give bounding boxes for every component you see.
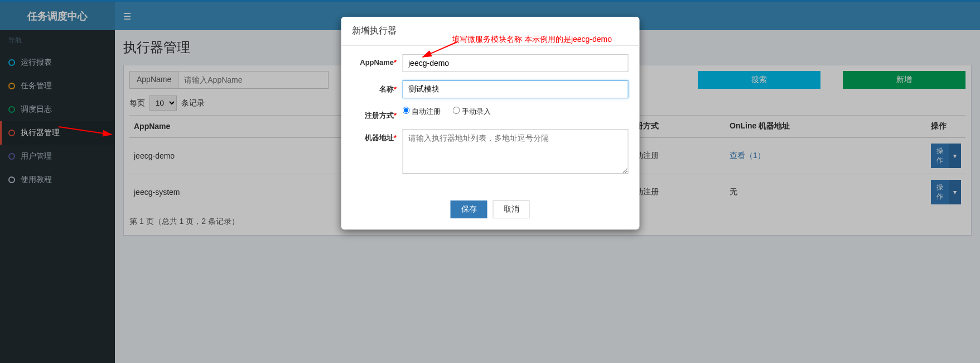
required-icon: * — [394, 85, 397, 93]
cancel-button[interactable]: 取消 — [493, 200, 530, 218]
add-executor-modal: 新增执行器 AppName* 名称* 注册方式* 自动注册 手动录入 机器地址*… — [341, 17, 639, 230]
radio-manual[interactable] — [453, 107, 460, 114]
label-name: 名称 — [379, 85, 394, 93]
radio-auto-label[interactable]: 自动注册 — [402, 107, 441, 116]
radio-auto[interactable] — [402, 107, 409, 114]
required-icon: * — [394, 111, 397, 120]
required-icon: * — [394, 133, 397, 142]
required-icon: * — [394, 58, 397, 66]
label-appname: AppName — [360, 58, 394, 66]
save-button[interactable]: 保存 — [451, 200, 487, 218]
radio-manual-label[interactable]: 手动录入 — [453, 107, 491, 116]
regtype-radio-group: 自动注册 手动录入 — [402, 107, 628, 117]
appname-input[interactable] — [402, 54, 628, 72]
name-input[interactable] — [402, 80, 628, 98]
label-regtype: 注册方式 — [365, 111, 394, 120]
address-textarea[interactable] — [402, 129, 628, 174]
label-addr: 机器地址 — [365, 133, 394, 142]
annotation-text: 填写微服务模块名称 本示例用的是jeecg-demo — [452, 35, 612, 45]
